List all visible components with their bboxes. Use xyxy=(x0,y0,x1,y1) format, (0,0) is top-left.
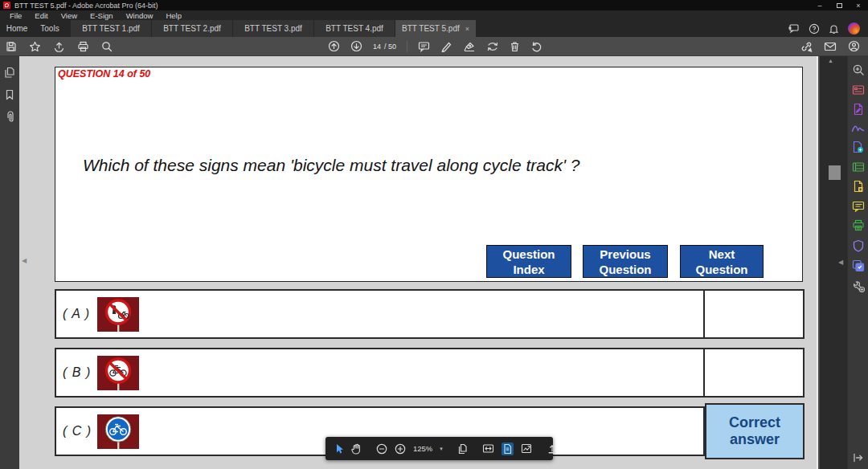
titlebar: BTT TEST 5.pdf - Adobe Acrobat Pro (64-b… xyxy=(0,0,868,10)
answer-cell-divider xyxy=(703,349,705,396)
menu-help[interactable]: Help xyxy=(159,11,188,20)
comment-icon[interactable] xyxy=(418,41,430,52)
protect-icon[interactable] xyxy=(853,239,864,252)
print-icon[interactable] xyxy=(77,41,89,52)
mandatory-cycle-track-sign xyxy=(97,414,139,449)
answer-row-b[interactable]: ( B ) xyxy=(55,348,805,398)
question-box: QUESTION 14 of 50 Which of these signs m… xyxy=(55,67,803,282)
menu-view[interactable]: View xyxy=(55,11,84,20)
share-feedback-icon[interactable] xyxy=(788,23,800,34)
scan-ocr-icon[interactable] xyxy=(852,161,865,173)
scrolling-mode-icon[interactable] xyxy=(547,443,558,455)
tab-document-1[interactable]: BTT TEST 1.pdf xyxy=(71,20,152,37)
page-indicator[interactable]: 14 / 50 xyxy=(373,43,396,51)
hand-tool-icon[interactable] xyxy=(351,443,362,455)
trash-icon[interactable] xyxy=(510,41,520,52)
acrobat-window: BTT TEST 5.pdf - Adobe Acrobat Pro (64-b… xyxy=(0,0,868,469)
page-total: / 50 xyxy=(384,43,396,51)
answer-label-c: ( C ) xyxy=(63,424,97,438)
tab-label: BTT TEST 5.pdf xyxy=(402,24,460,33)
zoom-out-icon[interactable] xyxy=(376,443,387,455)
tab-close-icon[interactable]: × xyxy=(465,25,469,33)
link-icon[interactable] xyxy=(800,41,813,52)
zoom-in-icon[interactable] xyxy=(395,443,406,455)
page-down-icon[interactable] xyxy=(350,40,362,52)
toolbar-divider xyxy=(407,41,407,52)
star-icon[interactable] xyxy=(29,41,41,52)
acrobat-logo-icon xyxy=(3,2,10,9)
organize-pages-icon[interactable] xyxy=(853,180,864,193)
button-label-line2: Index xyxy=(487,262,571,277)
button-label-line2: Question xyxy=(583,262,667,277)
select-cursor-icon[interactable] xyxy=(334,443,344,455)
button-label-line1: Next xyxy=(681,247,763,262)
help-icon[interactable] xyxy=(809,23,820,35)
account-avatar[interactable] xyxy=(848,22,860,35)
tab-document-3[interactable]: BTT TEST 3.pdf xyxy=(233,20,314,37)
menu-window[interactable]: Window xyxy=(120,11,160,20)
attachments-icon[interactable] xyxy=(5,111,15,123)
question-header: QUESTION 14 of 50 xyxy=(58,68,150,80)
zoom-dropdown-caret-icon[interactable]: ▾ xyxy=(440,446,443,452)
next-question-button[interactable]: Next Question xyxy=(680,245,764,278)
print-production-icon[interactable] xyxy=(852,219,865,231)
button-label-line2: Question xyxy=(681,262,763,277)
tab-document-5-active[interactable]: BTT TEST 5.pdf × xyxy=(395,20,477,37)
tab-bar: Home Tools BTT TEST 1.pdf BTT TEST 2.pdf… xyxy=(0,20,868,37)
restore-button[interactable] xyxy=(829,0,849,10)
page-copy-icon[interactable] xyxy=(457,443,468,455)
undo-icon[interactable] xyxy=(530,41,542,52)
close-button[interactable]: × xyxy=(849,0,868,10)
fullscreen-image-icon[interactable] xyxy=(521,443,532,454)
menu-file[interactable]: File xyxy=(3,11,28,20)
answer-label-b: ( B ) xyxy=(63,365,97,380)
page-current[interactable]: 14 xyxy=(373,43,381,51)
collapse-right-panel-icon[interactable]: ◀ xyxy=(838,259,843,266)
search-icon[interactable] xyxy=(101,41,113,52)
stamp-icon[interactable] xyxy=(852,259,865,272)
esign-pen-icon[interactable] xyxy=(463,41,476,52)
tab-home[interactable]: Home xyxy=(0,20,34,37)
notifications-bell-icon[interactable] xyxy=(829,23,839,35)
menu-edit[interactable]: Edit xyxy=(28,11,54,20)
save-icon[interactable] xyxy=(6,41,17,52)
correct-answer-badge: Correct answer xyxy=(705,403,805,459)
fill-sign-icon[interactable] xyxy=(851,124,865,133)
collapse-left-panel-icon[interactable]: ◀ xyxy=(22,257,27,264)
prepare-form-icon[interactable] xyxy=(852,84,865,96)
tab-tools[interactable]: Tools xyxy=(34,20,66,37)
minimize-button[interactable]: – xyxy=(810,0,829,10)
restore-icon xyxy=(837,3,842,8)
comment-tool-icon[interactable] xyxy=(852,201,865,212)
previous-question-button[interactable]: Previous Question xyxy=(583,245,668,278)
single-page-view-icon[interactable] xyxy=(502,442,514,455)
document-view[interactable]: QUESTION 14 of 50 Which of these signs m… xyxy=(19,56,818,469)
highlight-icon[interactable] xyxy=(440,41,452,52)
answer-row-a[interactable]: ( A ) xyxy=(55,289,805,339)
menu-esign[interactable]: E-Sign xyxy=(84,11,120,20)
zoom-search-icon[interactable] xyxy=(852,63,865,76)
person-icon[interactable] xyxy=(848,40,860,52)
scrollbar-thumb[interactable] xyxy=(829,165,841,180)
correct-answer-line2: answer xyxy=(730,431,780,448)
floating-page-toolbar: 125% ▾ xyxy=(326,437,553,460)
export-convert-icon[interactable] xyxy=(486,41,499,52)
button-label-line1: Previous xyxy=(583,247,667,262)
scroll-up-arrow-icon[interactable]: ▲ xyxy=(828,58,833,63)
page-up-icon[interactable] xyxy=(328,40,340,52)
create-pdf-icon[interactable] xyxy=(852,141,864,153)
right-tools-rail xyxy=(847,56,868,469)
zoom-level-value[interactable]: 125% xyxy=(413,444,432,453)
edit-pdf-icon[interactable] xyxy=(853,103,864,116)
correct-answer-line1: Correct xyxy=(729,414,780,431)
email-icon[interactable] xyxy=(824,42,837,51)
question-index-button[interactable]: Question Index xyxy=(486,245,571,278)
share-icon[interactable] xyxy=(53,41,65,52)
page-thumbnails-icon[interactable] xyxy=(4,67,15,79)
more-tools-icon[interactable] xyxy=(852,280,865,292)
bookmarks-icon[interactable] xyxy=(5,89,14,100)
tab-document-2[interactable]: BTT TEST 2.pdf xyxy=(152,20,233,37)
expand-panel-icon[interactable] xyxy=(853,453,863,463)
fit-width-icon[interactable] xyxy=(482,443,494,454)
tab-document-4[interactable]: BTT TEST 4.pdf xyxy=(314,20,395,37)
